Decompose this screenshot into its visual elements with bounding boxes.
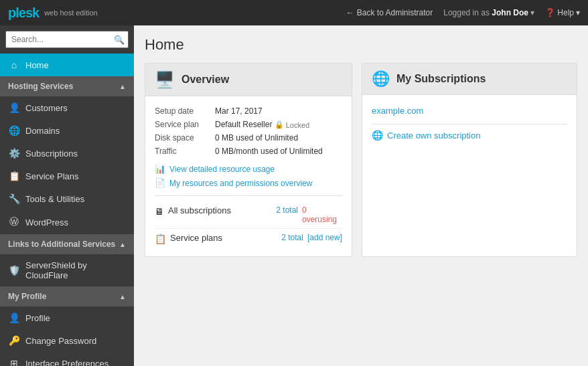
topbar-subtitle: web host edition [44,9,98,17]
my-profile-header[interactable]: My Profile ▲ [0,286,134,306]
help-dropdown-icon: ▾ [576,8,580,17]
disk-space-row: Disk space 0 MB used of Unlimited [155,131,342,145]
additional-services-label: Links to Additional Services [8,240,115,249]
search-input[interactable] [5,31,129,48]
subscriptions-divider [372,124,567,124]
service-plans-icon: 📋 [8,171,20,181]
hosting-services-chevron: ▲ [119,83,126,90]
create-subscription-row: 🌐 Create own subscription [372,130,567,141]
domains-icon: 🌐 [8,125,20,136]
resource-icon: 📄 [155,178,165,188]
divider [155,195,342,196]
sidebar-item-tools[interactable]: 🔧 Tools & Utilities [0,187,134,210]
all-sub-count[interactable]: 2 total [265,205,298,215]
sidebar-search-area: 🔍 [0,25,134,54]
main-wrapper: 🔍 ⌂ Home Hosting Services ▲ 👤 Customers … [0,25,588,366]
sidebar-item-profile[interactable]: 👤 Profile [0,306,134,329]
username[interactable]: John Doe [492,8,528,17]
change-password-label: Change Password [25,336,96,346]
my-profile-label: My Profile [8,292,46,301]
sidebar-item-home[interactable]: ⌂ Home [0,54,134,76]
my-resources-row: 📄 My resources and permissions overview [155,176,342,190]
traffic-label: Traffic [155,147,215,156]
additional-services-header[interactable]: Links to Additional Services ▲ [0,234,134,254]
plans-icon: 📋 [155,234,166,244]
overview-info-table: Setup date Mar 17, 2017 Service plan Def… [155,104,342,158]
subscriptions-card-body: example.com 🌐 Create own subscription [362,95,577,149]
servershield-icon: 🛡️ [8,265,20,276]
subscriptions-card-header: 🌐 My Subscriptions [362,64,577,95]
subscriptions-label: Subscriptions [25,149,78,159]
all-sub-icon: 🖥 [155,206,164,217]
sidebar-item-servershield[interactable]: 🛡️ ServerShield by CloudFlare [0,254,134,286]
help-circle-icon: ❓ [545,8,555,17]
additional-services-chevron: ▲ [119,241,126,248]
logged-in-label: Logged in as [443,8,490,17]
sidebar-item-domains[interactable]: 🌐 Domains [0,119,134,142]
setup-date-value: Mar 17, 2017 [215,106,263,116]
traffic-row: Traffic 0 MB/month used of Unlimited [155,145,342,158]
back-to-admin-label: Back to Administrator [357,8,433,17]
subscriptions-icon: ⚙️ [8,148,20,159]
overview-card-title: Overview [181,74,229,86]
cards-row: 🖥️ Overview Setup date Mar 17, 2017 Serv… [145,63,577,257]
help-button[interactable]: ❓ Help ▾ [545,8,580,17]
servershield-label: ServerShield by CloudFlare [25,260,126,280]
view-resource-link[interactable]: View detailed resource usage [169,165,275,174]
all-subscriptions-row: 🖥 All subscriptions 2 total 0 overusing [155,201,342,229]
my-resources-link[interactable]: My resources and permissions overview [169,179,312,188]
sidebar-item-service-plans[interactable]: 📋 Service Plans [0,165,134,187]
plans-summary-label: Service plans [170,233,266,243]
overview-card: 🖥️ Overview Setup date Mar 17, 2017 Serv… [145,63,352,257]
lock-icon: 🔒 [275,120,284,129]
hosting-services-header[interactable]: Hosting Services ▲ [0,76,134,96]
change-password-icon: 🔑 [8,335,20,346]
topbar: plesk web host edition ← Back to Adminis… [0,0,588,25]
sidebar-item-subscriptions[interactable]: ⚙️ Subscriptions [0,142,134,165]
example-domain-link[interactable]: example.com [372,103,567,118]
wordpress-label: WordPress [25,217,68,227]
service-plans-label: Service Plans [25,171,78,181]
interface-prefs-label: Interface Preferences [25,359,108,367]
profile-icon: 👤 [8,312,20,323]
search-wrap: 🔍 [5,31,129,48]
sidebar-item-change-password[interactable]: 🔑 Change Password [0,329,134,352]
overview-card-header: 🖥️ Overview [145,64,352,96]
sidebar-home-label: Home [25,60,49,70]
user-dropdown-icon: ▾ [530,8,534,17]
subscriptions-summary-table: 🖥 All subscriptions 2 total 0 overusing … [155,201,342,248]
home-icon: ⌂ [8,60,20,70]
customers-icon: 👤 [8,102,20,113]
disk-space-value: 0 MB used of Unlimited [215,133,298,143]
monitor-icon: 🖥️ [155,70,175,89]
sidebar: 🔍 ⌂ Home Hosting Services ▲ 👤 Customers … [0,25,134,366]
create-subscription-link[interactable]: Create own subscription [387,130,480,141]
setup-date-label: Setup date [155,106,215,116]
locked-badge: 🔒 Locked [275,120,309,129]
back-arrow-icon: ← [346,8,354,17]
my-profile-chevron: ▲ [119,293,126,300]
topbar-left: plesk web host edition [8,5,98,21]
all-sub-label: All subscriptions [168,205,261,215]
wordpress-icon: Ⓦ [8,216,20,228]
sidebar-item-wordpress[interactable]: Ⓦ WordPress [0,210,134,234]
globe-icon: 🌐 [372,70,390,88]
service-plan-row: Service plan Default Reseller 🔒 Locked [155,118,342,131]
add-new-plan-action[interactable]: [add new] [307,233,342,242]
logged-in-info: Logged in as John Doe ▾ [443,8,534,17]
back-to-admin-button[interactable]: ← Back to Administrator [346,8,433,17]
help-label: Help [557,8,574,17]
tools-icon: 🔧 [8,193,20,204]
plesk-logo: plesk [8,5,39,21]
subscriptions-card-title: My Subscriptions [396,73,486,85]
page-title: Home [145,36,577,54]
search-icon[interactable]: 🔍 [114,35,125,45]
hosting-services-label: Hosting Services [8,82,73,91]
service-plans-summary-row: 📋 Service plans 2 total [add new] [155,229,342,248]
sidebar-item-interface-prefs[interactable]: ⊞ Interface Preferences [0,352,134,366]
add-new-link[interactable]: [add new] [307,233,342,242]
plans-count[interactable]: 2 total [270,233,303,242]
topbar-right: ← Back to Administrator Logged in as Joh… [346,8,580,17]
all-sub-overusing: 0 overusing [302,205,342,224]
sidebar-item-customers[interactable]: 👤 Customers [0,96,134,119]
